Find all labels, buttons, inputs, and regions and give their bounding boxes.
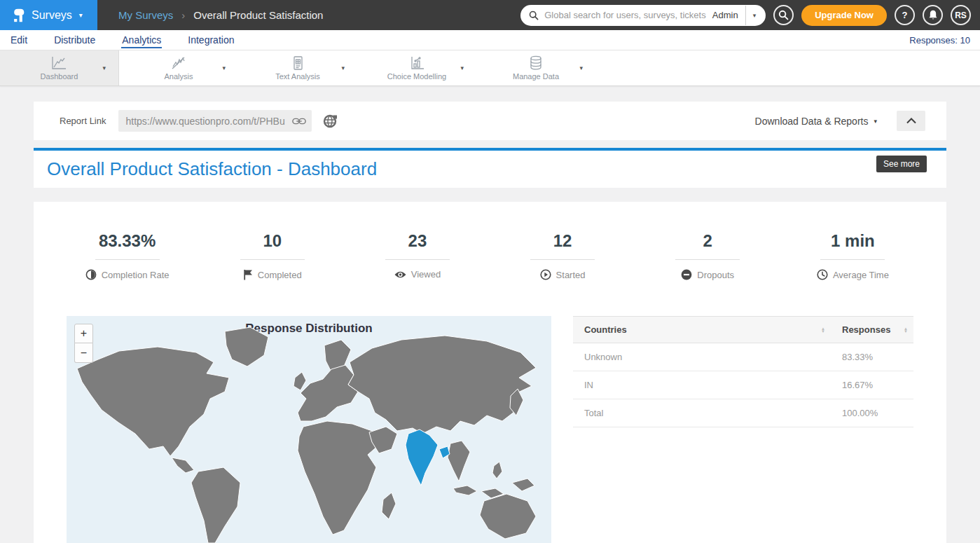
toolbar-item-label: Choice Modelling: [387, 72, 446, 81]
model-chart-icon: [408, 55, 425, 71]
stat-value: 83.33%: [55, 231, 200, 251]
report-url-field: [118, 110, 312, 132]
title-bar: Overall Product Satisfaction - Dashboard: [34, 151, 946, 188]
product-switcher[interactable]: Surveys ▾: [0, 0, 97, 30]
map-indochina: [448, 441, 470, 481]
toolbar-item-label: Dashboard: [41, 72, 78, 81]
breadcrumb-parent[interactable]: My Surveys: [118, 9, 173, 21]
toolbar-item-label: Manage Data: [513, 72, 559, 81]
text-analysis-dropdown-caret-icon[interactable]: ▾: [341, 64, 345, 71]
download-data-reports-menu[interactable]: Download Data & Reports: [755, 116, 869, 127]
search-scope-caret-icon[interactable]: ▾: [746, 12, 759, 19]
line-chart-icon: [50, 55, 67, 71]
toolbar-item-dashboard[interactable]: Dashboard ▾: [0, 50, 119, 85]
manage-data-dropdown-caret-icon[interactable]: ▾: [579, 64, 583, 71]
nav-item-distribute[interactable]: Distribute: [53, 32, 96, 48]
link-icon[interactable]: [292, 117, 306, 125]
toolbar-item-manage-data[interactable]: Manage Data ▾: [476, 50, 595, 85]
toolbar-item-text-analysis[interactable]: Text Analysis ▾: [238, 50, 357, 85]
country-cell: IN: [573, 371, 831, 399]
notifications-button[interactable]: [923, 5, 943, 25]
table-row: Total 100.00%: [573, 399, 913, 427]
nav-item-integration[interactable]: Integration: [187, 32, 235, 48]
column-header-countries[interactable]: Countries ▲▼: [573, 317, 831, 343]
map-asia: [348, 336, 536, 434]
questionpro-logo-icon: [11, 7, 25, 24]
report-link-label: Report Link: [60, 116, 106, 126]
avatar-initials: RS: [955, 11, 967, 20]
nav-item-edit[interactable]: Edit: [10, 32, 28, 48]
stat-average-time: 1 min Average Time: [780, 231, 925, 280]
responses-cell: 83.33%: [831, 343, 913, 371]
column-header-responses[interactable]: Responses ▲▼: [831, 317, 913, 343]
see-more-tooltip: See more: [876, 156, 927, 172]
report-url-input[interactable]: [125, 116, 292, 127]
chevron-down-icon: ▾: [79, 11, 83, 19]
map-australia: [480, 494, 536, 539]
stat-completed: 10 Completed: [200, 231, 345, 280]
chevron-up-icon: [906, 118, 916, 124]
distribution-section: Response Distribution + −: [34, 316, 946, 543]
toolbar-item-choice-modelling[interactable]: Choice Modelling ▾: [357, 50, 476, 85]
gauge-icon: [85, 269, 97, 280]
column-header-label: Responses: [842, 324, 890, 335]
eye-icon: [394, 270, 406, 280]
download-caret-icon[interactable]: ▾: [874, 118, 877, 125]
toolbar-item-analysis[interactable]: Analysis ▾: [119, 50, 238, 85]
country-cell: Total: [573, 399, 831, 427]
zigzag-chart-icon: [170, 55, 187, 71]
analysis-dropdown-caret-icon[interactable]: ▾: [222, 64, 226, 71]
sort-icon[interactable]: ▲▼: [904, 327, 908, 333]
map-south-america: [191, 467, 240, 543]
stats-row: 83.33% Completion Rate 10 Completed 23: [34, 231, 946, 280]
table-row: Unknown 83.33%: [573, 343, 913, 371]
zoom-in-button[interactable]: +: [74, 324, 93, 343]
stat-label: Dropouts: [697, 270, 734, 280]
stat-value: 10: [200, 231, 345, 251]
dashboard-card: 83.33% Completion Rate 10 Completed 23: [34, 202, 946, 543]
stat-label: Completion Rate: [102, 270, 170, 280]
report-privacy-button[interactable]: [323, 114, 338, 129]
responses-cell: 100.00%: [831, 399, 913, 427]
map-zoom-controls: + −: [74, 324, 93, 363]
breadcrumb-separator: ›: [181, 9, 185, 21]
report-bar-actions: Download Data & Reports ▾: [755, 111, 925, 131]
search-icon: [529, 11, 539, 20]
choice-modelling-dropdown-caret-icon[interactable]: ▾: [460, 64, 464, 71]
help-button[interactable]: ?: [895, 5, 915, 25]
table-row: IN 16.67%: [573, 371, 913, 399]
avatar[interactable]: RS: [951, 5, 971, 25]
search-button[interactable]: [773, 5, 794, 25]
stat-value: 12: [490, 231, 635, 251]
breadcrumb-current: Overall Product Satisfaction: [193, 9, 323, 21]
collapse-report-bar-button[interactable]: [897, 111, 925, 131]
dashboard-dropdown-caret-icon[interactable]: ▾: [102, 64, 106, 71]
stat-label: Started: [556, 270, 586, 280]
global-search: Admin ▾: [520, 5, 766, 26]
search-input[interactable]: [544, 10, 710, 20]
countries-table: Countries ▲▼ Responses ▲▼: [573, 316, 913, 427]
map-africa: [298, 421, 379, 535]
survey-nav: Edit Distribute Analytics Integration Re…: [0, 30, 980, 50]
world-map[interactable]: [67, 316, 551, 543]
report-link-bar: Report Link Download Data & Reports ▾: [34, 102, 946, 140]
stat-value: 23: [345, 231, 490, 251]
zoom-out-button[interactable]: −: [74, 343, 93, 363]
question-mark-icon: ?: [902, 10, 908, 20]
nav-item-analytics[interactable]: Analytics: [121, 32, 162, 48]
upgrade-now-button[interactable]: Upgrade Now: [801, 5, 887, 26]
play-icon: [540, 269, 551, 280]
countries-table-panel: Countries ▲▼ Responses ▲▼: [573, 316, 913, 543]
map-philippines: [492, 462, 502, 479]
sort-icon[interactable]: ▲▼: [821, 327, 825, 333]
stat-dropouts: 2 Dropouts: [635, 231, 780, 280]
search-scope[interactable]: Admin: [710, 10, 745, 20]
product-name: Surveys: [32, 9, 72, 22]
response-distribution-map: Response Distribution + −: [67, 316, 551, 543]
responses-cell: 16.67%: [831, 371, 913, 399]
topbar-actions: Admin ▾ Upgrade Now ? RS: [520, 5, 980, 26]
map-uk: [294, 372, 306, 390]
page-title: Overall Product Satisfaction - Dashboard: [47, 158, 377, 180]
stat-label: Average Time: [833, 270, 889, 280]
flag-icon: [243, 269, 253, 280]
